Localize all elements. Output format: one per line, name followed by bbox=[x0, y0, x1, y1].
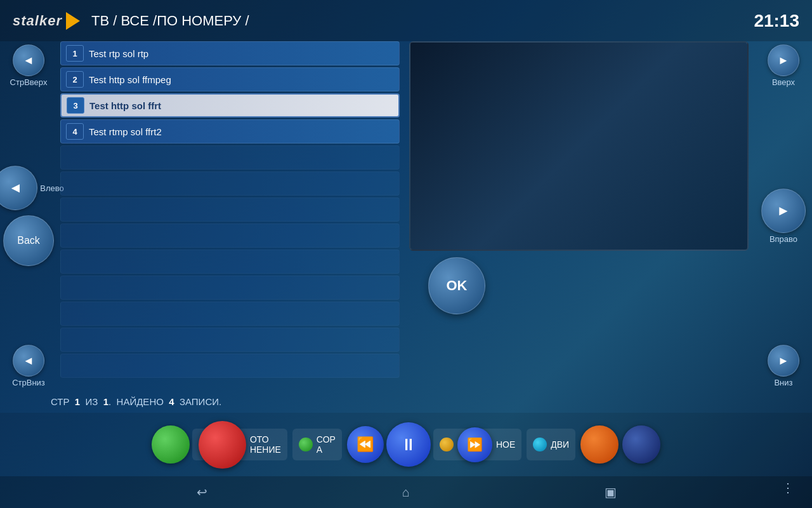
records-label: ЗАПИСИ. bbox=[180, 396, 221, 407]
logo-text: stalker bbox=[13, 13, 62, 29]
video-preview bbox=[409, 41, 749, 251]
orange-button[interactable] bbox=[580, 425, 619, 464]
right-nav: ► Вверх ► Вправо ► Вниз bbox=[755, 41, 812, 391]
android-home-button[interactable]: ⌂ bbox=[395, 481, 417, 504]
down-button[interactable]: ► Вниз bbox=[768, 345, 799, 387]
sort-label: СОРА bbox=[317, 434, 336, 455]
bottom-toolbar: ОТОНЕНИЕ СОРА ⏪ ⏸ ⏩ НОЕ ДВИ bbox=[0, 413, 812, 476]
status-bar: СТР 1 ИЗ 1. НАЙДЕНО 4 ЗАПИСИ. bbox=[0, 391, 812, 413]
pause-button[interactable]: ⏸ bbox=[386, 422, 431, 467]
channel-name: Test rtmp sol ffrt2 bbox=[89, 126, 162, 137]
sort-green-icon bbox=[299, 438, 313, 451]
status-text: СТР 1 ИЗ 1. НАЙДЕНО 4 ЗАПИСИ. bbox=[51, 396, 221, 407]
cyan-pill: ДВИ bbox=[527, 429, 575, 460]
header: stalker ТВ / ВСЕ /ПО НОМЕРУ / 21:13 bbox=[0, 0, 812, 41]
channel-item[interactable] bbox=[60, 328, 400, 352]
page-down-button[interactable]: ◄ СтрВниз bbox=[12, 345, 45, 387]
android-back-button[interactable]: ↩ bbox=[190, 481, 213, 504]
page-down-circle[interactable]: ◄ bbox=[13, 345, 44, 377]
up-button[interactable]: ► Вверх bbox=[768, 44, 799, 87]
android-menu-button[interactable]: ⋮ bbox=[776, 476, 799, 499]
down-label: Вниз bbox=[774, 378, 792, 387]
red-pill: ОТОНЕНИЕ bbox=[192, 429, 287, 460]
fforward-button[interactable]: ⏩ bbox=[457, 427, 492, 462]
left-button[interactable]: ◄ Влево bbox=[0, 166, 64, 210]
back-button[interactable]: Back bbox=[3, 215, 54, 266]
channel-name: Test rtp sol rtp bbox=[89, 48, 148, 59]
left-nav: ◄ СтрВверх ◄ Влево Back ◄ СтрВниз bbox=[0, 41, 57, 391]
right-button[interactable]: ► Вправо bbox=[761, 189, 806, 244]
found-num: 4 bbox=[169, 396, 174, 407]
channel-item[interactable] bbox=[60, 171, 400, 196]
channel-num: 3 bbox=[67, 97, 84, 114]
channel-item[interactable]: 2Test http sol ffmpeg bbox=[60, 67, 400, 91]
left-circle[interactable]: ◄ bbox=[0, 166, 37, 210]
preview-area: OK bbox=[403, 41, 755, 391]
channel-item[interactable] bbox=[60, 250, 400, 274]
found-label: НАЙДЕНО bbox=[117, 396, 164, 407]
channel-item[interactable] bbox=[60, 224, 400, 248]
logo: stalker bbox=[13, 12, 80, 30]
cyan-icon bbox=[533, 438, 547, 451]
red-label: ОТОНЕНИЕ bbox=[250, 434, 281, 455]
channel-item[interactable] bbox=[60, 276, 400, 300]
rewind-button[interactable]: ⏪ bbox=[347, 426, 384, 463]
clock: 21:13 bbox=[754, 11, 799, 31]
channel-num: 4 bbox=[66, 123, 84, 140]
channel-item[interactable]: 4Test rtmp sol ffrt2 bbox=[60, 119, 400, 144]
page-up-circle[interactable]: ◄ bbox=[13, 44, 44, 76]
of-label: ИЗ bbox=[86, 396, 98, 407]
page-down-label: СтрВниз bbox=[12, 378, 45, 387]
manual-pill: ⏩ НОЕ bbox=[433, 429, 521, 460]
logo-arrow-icon bbox=[66, 12, 80, 30]
channel-item[interactable]: 1Test rtp sol rtp bbox=[60, 41, 400, 65]
up-label: Вверх bbox=[772, 77, 795, 87]
down-circle[interactable]: ► bbox=[768, 345, 799, 377]
channel-item[interactable] bbox=[60, 354, 400, 378]
android-recent-button[interactable]: ▣ bbox=[599, 481, 622, 504]
cyan-label: ДВИ bbox=[551, 439, 569, 450]
manual-label: НОЕ bbox=[496, 439, 515, 450]
channel-item[interactable] bbox=[60, 145, 400, 170]
green-button[interactable] bbox=[152, 425, 190, 464]
page-label: СТР bbox=[51, 396, 70, 407]
channel-name: Test http sol ffmpeg bbox=[89, 74, 171, 85]
channel-item[interactable] bbox=[60, 197, 400, 222]
page-up-label: СтрВверх bbox=[10, 77, 48, 87]
channel-num: 1 bbox=[66, 45, 84, 62]
right-label: Вправо bbox=[769, 234, 797, 244]
channel-name: Test http sol ffrt bbox=[89, 100, 161, 111]
back-circle[interactable]: Back bbox=[3, 215, 54, 266]
red-button[interactable] bbox=[199, 421, 246, 469]
page-num: 1 bbox=[75, 396, 80, 407]
page-up-button[interactable]: ◄ СтрВверх bbox=[10, 44, 48, 87]
breadcrumb: ТВ / ВСЕ /ПО НОМЕРУ / bbox=[91, 13, 249, 29]
android-nav: ↩ ⌂ ▣ ⋮ bbox=[0, 476, 812, 508]
up-circle[interactable]: ► bbox=[768, 44, 799, 76]
ok-button[interactable]: OK bbox=[428, 257, 485, 314]
header-left: stalker ТВ / ВСЕ /ПО НОМЕРУ / bbox=[13, 12, 249, 30]
right-circle[interactable]: ► bbox=[761, 189, 806, 233]
of-num: 1 bbox=[103, 396, 108, 407]
channel-item[interactable]: 3Test http sol ffrt bbox=[60, 93, 400, 117]
blue-button[interactable] bbox=[622, 425, 660, 464]
channel-num: 2 bbox=[66, 71, 84, 88]
yellow-icon bbox=[440, 438, 454, 451]
sort-pill: СОРА bbox=[292, 429, 342, 460]
channel-item[interactable] bbox=[60, 302, 400, 326]
channel-list: 1Test rtp sol rtp2Test http sol ffmpeg3T… bbox=[57, 41, 403, 391]
